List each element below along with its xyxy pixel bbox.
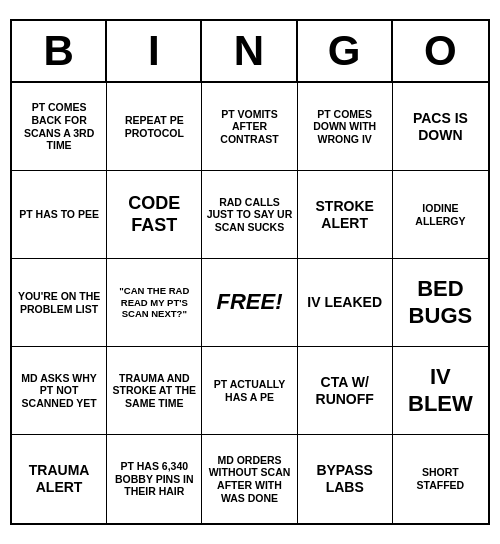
bingo-cell-21[interactable]: PT HAS 6,340 BOBBY PINS IN THEIR HAIR bbox=[107, 435, 202, 523]
header-letter-O: O bbox=[393, 21, 488, 81]
bingo-cell-13[interactable]: IV LEAKED bbox=[298, 259, 393, 347]
bingo-grid: PT COMES BACK FOR SCANS A 3RD TIMEREPEAT… bbox=[12, 83, 488, 523]
bingo-cell-6[interactable]: CODE FAST bbox=[107, 171, 202, 259]
bingo-cell-11[interactable]: "CAN THE RAD READ MY PT'S SCAN NEXT?" bbox=[107, 259, 202, 347]
bingo-cell-12[interactable]: Free! bbox=[202, 259, 297, 347]
bingo-cell-9[interactable]: IODINE ALLERGY bbox=[393, 171, 488, 259]
bingo-cell-8[interactable]: STROKE ALERT bbox=[298, 171, 393, 259]
bingo-cell-2[interactable]: PT VOMITS AFTER CONTRAST bbox=[202, 83, 297, 171]
bingo-cell-15[interactable]: MD ASKS WHY PT NOT SCANNED YET bbox=[12, 347, 107, 435]
header-letter-N: N bbox=[202, 21, 297, 81]
bingo-cell-24[interactable]: SHORT STAFFED bbox=[393, 435, 488, 523]
bingo-cell-16[interactable]: TRAUMA AND STROKE AT THE SAME TIME bbox=[107, 347, 202, 435]
header-letter-B: B bbox=[12, 21, 107, 81]
bingo-cell-19[interactable]: IV BLEW bbox=[393, 347, 488, 435]
bingo-cell-14[interactable]: BED BUGS bbox=[393, 259, 488, 347]
bingo-cell-22[interactable]: MD ORDERS WITHOUT SCAN AFTER WITH WAS DO… bbox=[202, 435, 297, 523]
header-letter-I: I bbox=[107, 21, 202, 81]
bingo-cell-4[interactable]: PACS IS DOWN bbox=[393, 83, 488, 171]
bingo-cell-18[interactable]: CTA W/ RUNOFF bbox=[298, 347, 393, 435]
bingo-cell-5[interactable]: PT HAS TO PEE bbox=[12, 171, 107, 259]
bingo-cell-10[interactable]: YOU'RE ON THE PROBLEM LIST bbox=[12, 259, 107, 347]
bingo-cell-20[interactable]: TRAUMA ALERT bbox=[12, 435, 107, 523]
bingo-header: BINGO bbox=[12, 21, 488, 83]
bingo-cell-17[interactable]: PT ACTUALLY HAS A PE bbox=[202, 347, 297, 435]
bingo-cell-23[interactable]: BYPASS LABS bbox=[298, 435, 393, 523]
bingo-cell-7[interactable]: RAD CALLS JUST TO SAY UR SCAN SUCKS bbox=[202, 171, 297, 259]
bingo-cell-1[interactable]: REPEAT PE PROTOCOL bbox=[107, 83, 202, 171]
bingo-cell-3[interactable]: PT COMES DOWN WITH WRONG IV bbox=[298, 83, 393, 171]
header-letter-G: G bbox=[298, 21, 393, 81]
bingo-card: BINGO PT COMES BACK FOR SCANS A 3RD TIME… bbox=[10, 19, 490, 525]
bingo-cell-0[interactable]: PT COMES BACK FOR SCANS A 3RD TIME bbox=[12, 83, 107, 171]
